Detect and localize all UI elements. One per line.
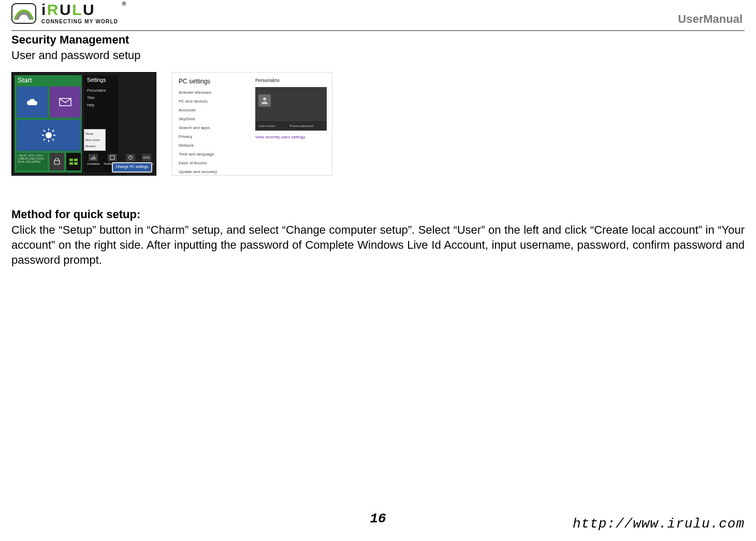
lock-screen-preview: Lock screen Picture password: [255, 87, 327, 131]
registered-mark: ®: [122, 1, 127, 7]
method-block: Method for quick setup: Click the “Setup…: [11, 207, 745, 267]
stripe-label: Picture password: [289, 124, 313, 127]
svg-rect-13: [69, 162, 73, 165]
tile-mail: [50, 87, 81, 118]
tile-weather: [17, 120, 81, 151]
tile-store: [50, 153, 64, 170]
charm-item: Tiles: [87, 96, 95, 99]
figure-start-screen: Start ▪ 69–67 / 25°C / 15°C ▪ 1,358.64 1…: [11, 72, 156, 176]
stripe-label: Lock screen: [258, 124, 275, 127]
method-heading: Method for quick setup:: [11, 207, 745, 222]
tile-finance: ▪ 69–67 / 25°C / 15°C ▪ 1,358.64 1,581 (…: [17, 153, 48, 170]
lock-screen-stripe: Lock screen Picture password: [255, 121, 327, 131]
tile-skydrive: [17, 87, 48, 118]
recent-settings-link: View recently used settings: [255, 135, 306, 139]
menu-item: Update and recovery: [172, 167, 250, 176]
menu-item: Privacy: [172, 132, 250, 141]
menu-item: Network: [172, 141, 250, 150]
brand-letter: R: [47, 2, 59, 18]
page-number: 16: [370, 511, 386, 532]
page-header: i R U L U ® CONNECTING MY WORLD UserManu…: [11, 0, 745, 31]
footer-url: http://www.irulu.com: [573, 516, 745, 532]
svg-rect-14: [74, 162, 78, 165]
brand-logo: i R U L U ® CONNECTING MY WORLD: [11, 0, 745, 24]
menu-item: Activate Windows: [172, 88, 250, 97]
document-page: i R U L U ® CONNECTING MY WORLD UserManu…: [0, 0, 756, 541]
menu-item: Search and apps: [172, 123, 250, 132]
svg-rect-11: [69, 159, 73, 161]
start-label: Start: [18, 76, 32, 84]
pc-settings-detail: Personalize Lock screen Picture password…: [250, 73, 332, 175]
svg-line-10: [43, 139, 45, 140]
charm-item: Help: [87, 103, 94, 107]
brand-wordmark: i R U L U ®: [41, 2, 118, 18]
svg-line-9: [52, 130, 54, 132]
brand-letter: U: [83, 2, 94, 18]
brand-letter: U: [60, 2, 71, 18]
menu-item: SkyDrive: [172, 115, 250, 123]
pc-settings-title: PC settings: [172, 73, 250, 88]
figure-pc-settings: PC settings Activate Windows PC and devi…: [172, 72, 332, 176]
brand-wordmark-block: i R U L U ® CONNECTING MY WORLD: [41, 2, 118, 24]
charm-item: Personalize: [87, 89, 106, 92]
method-body: Click the “Setup” button in “Charm” setu…: [11, 222, 745, 267]
section-subtitle: User and password setup: [11, 48, 745, 63]
page-footer: 16 http://www.irulu.com: [11, 511, 745, 532]
page-content: Security Management User and password se…: [11, 32, 745, 267]
menu-item: PC and devices: [172, 97, 250, 106]
personalize-title: Personalize: [250, 73, 332, 83]
svg-line-8: [52, 139, 54, 140]
power-popup: Sleep Shut down Restart: [84, 129, 106, 151]
brand-logo-mark: [11, 3, 36, 24]
svg-point-18: [263, 97, 266, 101]
popup-item: Shut down: [85, 138, 104, 141]
change-pc-settings-button: Change PC settings: [112, 162, 152, 173]
brand-tagline: CONNECTING MY WORLD: [41, 19, 118, 24]
charm-title: Settings: [87, 77, 106, 83]
popup-item: Restart: [85, 145, 104, 148]
menu-item: Ease of Access: [172, 159, 250, 167]
pc-settings-sidebar: PC settings Activate Windows PC and devi…: [172, 73, 251, 175]
svg-line-7: [43, 130, 45, 132]
avatar-icon: [258, 94, 271, 107]
pc-settings-menu: Activate Windows PC and devices Accounts…: [172, 88, 250, 176]
doc-label: UserManual: [678, 12, 743, 26]
menu-item: Accounts: [172, 106, 250, 115]
figure-row: Start ▪ 69–67 / 25°C / 15°C ▪ 1,358.64 1…: [11, 72, 745, 176]
svg-point-2: [46, 132, 52, 138]
svg-rect-12: [74, 159, 78, 161]
charm-bottom-item: Available: [87, 154, 99, 165]
tile-desktop: [66, 153, 81, 170]
svg-rect-15: [110, 155, 114, 160]
section-title: Security Management: [11, 32, 745, 48]
brand-letter: i: [41, 2, 46, 18]
popup-item: Sleep: [85, 132, 104, 135]
menu-item: Time and language: [172, 150, 250, 159]
brand-letter: L: [72, 2, 82, 18]
